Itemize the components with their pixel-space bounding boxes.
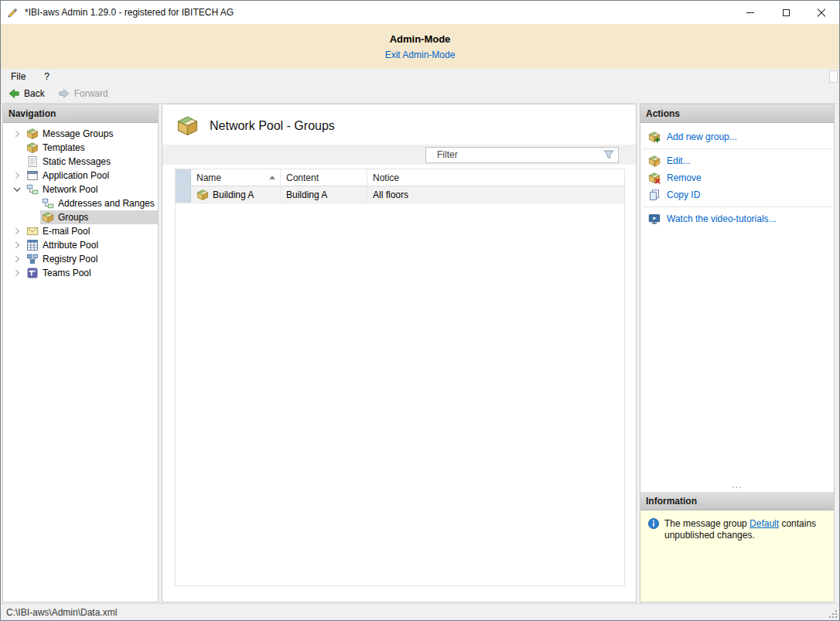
separator — [643, 206, 831, 207]
envelope-icon — [26, 225, 39, 237]
actions-panel: Actions Add new group... Edit... Remove — [640, 104, 835, 602]
menu-help[interactable]: ? — [44, 71, 50, 82]
minimize-button[interactable] — [732, 1, 768, 24]
chevron-right-icon[interactable] — [9, 252, 25, 266]
main-area: Navigation Message Groups Templates — [1, 104, 839, 603]
nav-item-message-groups[interactable]: Message Groups — [3, 127, 158, 141]
chevron-right-icon[interactable] — [9, 169, 25, 183]
admin-mode-banner: Admin-Mode Exit Admin-Mode — [1, 24, 839, 69]
back-button[interactable]: Back — [8, 87, 45, 100]
package-edit-icon — [648, 155, 661, 167]
action-remove[interactable]: Remove — [640, 169, 834, 186]
nav-item-addresses-and-ranges[interactable]: Addresses and Ranges — [3, 196, 158, 210]
chevron-right-icon[interactable] — [9, 266, 25, 280]
back-arrow-icon — [8, 87, 20, 100]
page-title-block: Network Pool - Groups — [162, 104, 636, 145]
action-copy-id[interactable]: Copy ID — [640, 186, 834, 203]
video-icon — [648, 213, 661, 225]
row-content-cell: Building A — [281, 186, 367, 203]
forward-button[interactable]: Forward — [58, 87, 108, 100]
admin-mode-title: Admin-Mode — [390, 33, 451, 45]
app-icon — [7, 6, 19, 19]
app-window: *IBI-aws Admin 1.29.0 - registered for I… — [0, 0, 840, 621]
navigation-tree: Message Groups Templates Static Messages — [3, 123, 158, 280]
information-header: Information — [640, 492, 834, 510]
nav-item-static-messages[interactable]: Static Messages — [3, 155, 158, 169]
page-title: Network Pool - Groups — [210, 119, 335, 133]
grid-icon — [26, 239, 39, 251]
package-icon — [26, 142, 39, 154]
table-row[interactable]: Building A Building A All floors — [176, 186, 624, 203]
groups-table: Name Content Notice Building A — [175, 169, 625, 586]
navigation-header: Navigation — [3, 104, 158, 123]
action-watch-video-tutorials[interactable]: Watch the video-tutorials... — [640, 210, 834, 227]
close-icon — [817, 8, 826, 17]
chevron-right-icon[interactable] — [9, 224, 25, 238]
nav-item-application-pool[interactable]: Application Pool — [3, 169, 158, 183]
nav-item-registry-pool[interactable]: Registry Pool — [3, 252, 158, 266]
action-edit[interactable]: Edit... — [640, 152, 834, 169]
status-path: C:\IBI-aws\Admin\Data.xml — [6, 607, 117, 618]
filter-input[interactable] — [428, 149, 603, 160]
application-window-icon — [26, 169, 39, 182]
document-icon — [26, 155, 39, 168]
window-controls — [732, 1, 839, 24]
close-button[interactable] — [804, 1, 839, 24]
nav-item-templates[interactable]: Templates — [3, 141, 158, 155]
selected-tree-item: Groups — [40, 210, 158, 224]
forward-arrow-icon — [58, 87, 70, 100]
menu-file[interactable]: File — [11, 71, 26, 82]
sort-ascending-icon — [269, 176, 275, 179]
expander-placeholder — [9, 141, 25, 155]
expander-placeholder — [25, 196, 40, 210]
copy-icon — [648, 189, 661, 201]
separator — [643, 148, 831, 149]
navigation-panel: Navigation Message Groups Templates — [2, 104, 159, 602]
nav-item-attribute-pool[interactable]: Attribute Pool — [3, 238, 158, 252]
package-add-icon — [648, 131, 661, 143]
chevron-right-icon[interactable] — [9, 127, 25, 141]
resize-grip-icon[interactable] — [828, 609, 838, 619]
nav-item-groups[interactable]: Groups — [3, 210, 158, 224]
nav-item-network-pool[interactable]: Network Pool — [3, 183, 158, 196]
expander-placeholder — [25, 210, 40, 224]
nav-item-email-pool[interactable]: E-mail Pool — [3, 224, 158, 238]
package-icon — [176, 114, 200, 137]
package-icon — [26, 128, 39, 140]
row-name-cell: Building A — [191, 186, 281, 203]
nav-item-teams-pool[interactable]: Teams Pool — [3, 266, 158, 280]
table-header-row: Name Content Notice — [176, 169, 624, 186]
actions-list: Add new group... Edit... Remove Copy ID — [640, 123, 834, 227]
funnel-icon[interactable] — [603, 148, 615, 161]
action-add-new-group[interactable]: Add new group... — [640, 128, 834, 145]
column-header-content[interactable]: Content — [281, 169, 367, 186]
title-bar: *IBI-aws Admin 1.29.0 - registered for I… — [1, 1, 839, 24]
information-message: The message group Default contains unpub… — [664, 517, 828, 541]
information-panel: The message group Default contains unpub… — [640, 510, 834, 602]
minimize-icon — [746, 12, 754, 13]
maximize-button[interactable] — [768, 1, 804, 24]
teams-icon — [26, 267, 39, 279]
column-header-name[interactable]: Name — [191, 169, 281, 186]
info-icon — [647, 517, 660, 530]
column-header-notice[interactable]: Notice — [367, 169, 624, 186]
forward-label: Forward — [74, 88, 108, 99]
row-selector[interactable] — [176, 186, 191, 203]
navigation-toolbar: Back Forward — [1, 84, 839, 104]
panel-splitter-grip[interactable]: ... — [640, 482, 834, 492]
package-remove-icon — [648, 172, 661, 184]
chevron-down-icon[interactable] — [9, 183, 25, 196]
exit-admin-mode-link[interactable]: Exit Admin-Mode — [385, 49, 456, 60]
status-bar: C:\IBI-aws\Admin\Data.xml — [1, 603, 839, 620]
default-group-link[interactable]: Default — [750, 518, 779, 529]
menu-grip — [829, 70, 838, 83]
chevron-right-icon[interactable] — [9, 238, 25, 252]
actions-header: Actions — [640, 104, 834, 123]
row-notice-cell: All floors — [367, 186, 624, 203]
network-addresses-icon — [42, 197, 54, 210]
table-empty-area — [176, 203, 624, 585]
row-selector-header[interactable] — [176, 169, 191, 186]
package-icon — [42, 211, 54, 223]
expander-placeholder — [9, 155, 25, 169]
filter-bar — [162, 145, 636, 165]
